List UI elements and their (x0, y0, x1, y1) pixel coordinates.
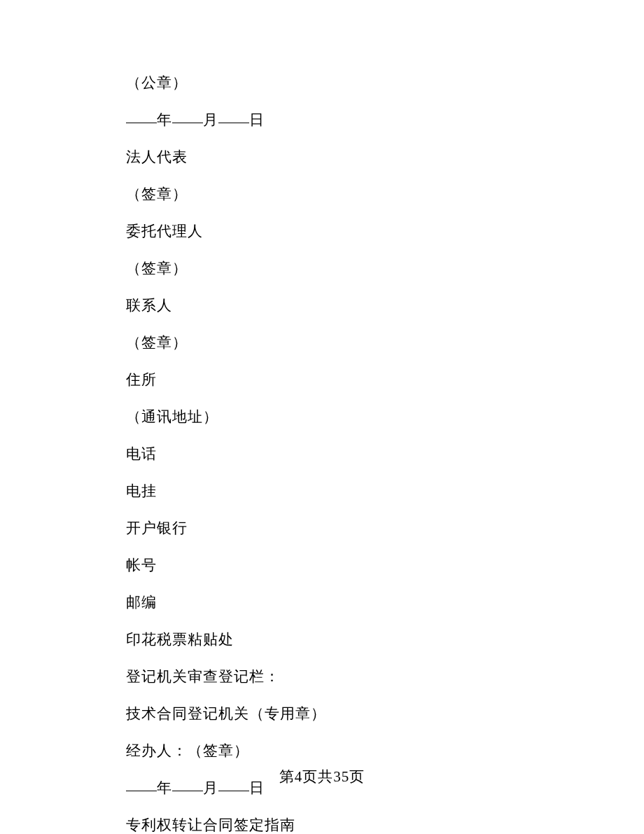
blank-month-2 (172, 791, 203, 791)
line-20: 专利权转让合同签定指南 (126, 818, 574, 833)
blank-year-2 (126, 791, 157, 791)
line-6: 联系人 (126, 298, 574, 313)
line-16: 登记机关审查登记栏： (126, 669, 574, 684)
line-12: 开户银行 (126, 521, 574, 536)
label-month: 月 (203, 111, 218, 128)
label-day: 日 (249, 111, 265, 128)
document-body: （公章） 年月日 法人代表 （签章） 委托代理人 （签章） 联系人 （签章） 住… (0, 0, 644, 833)
line-1-date: 年月日 (126, 113, 574, 127)
line-11: 电挂 (126, 484, 574, 499)
line-13: 帐号 (126, 558, 574, 573)
line-17: 技术合同登记机关（专用章） (126, 707, 574, 721)
line-9: （通讯地址） (126, 410, 574, 424)
line-8: 住所 (126, 373, 574, 387)
blank-day-2 (218, 791, 249, 791)
blank-day (218, 123, 249, 123)
line-15: 印花税票粘贴处 (126, 632, 574, 647)
blank-year (126, 123, 157, 123)
line-5: （签章） (126, 261, 574, 276)
label-year: 年 (157, 111, 172, 128)
line-2: 法人代表 (126, 150, 574, 165)
line-18: 经办人：（签章） (126, 744, 574, 758)
blank-month (172, 123, 203, 123)
line-10: 电话 (126, 447, 574, 461)
line-7: （签章） (126, 335, 574, 350)
line-4: 委托代理人 (126, 224, 574, 239)
page-footer: 第4页共35页 (0, 767, 644, 786)
line-14: 邮编 (126, 595, 574, 610)
line-3: （签章） (126, 187, 574, 202)
line-0: （公章） (126, 76, 574, 90)
